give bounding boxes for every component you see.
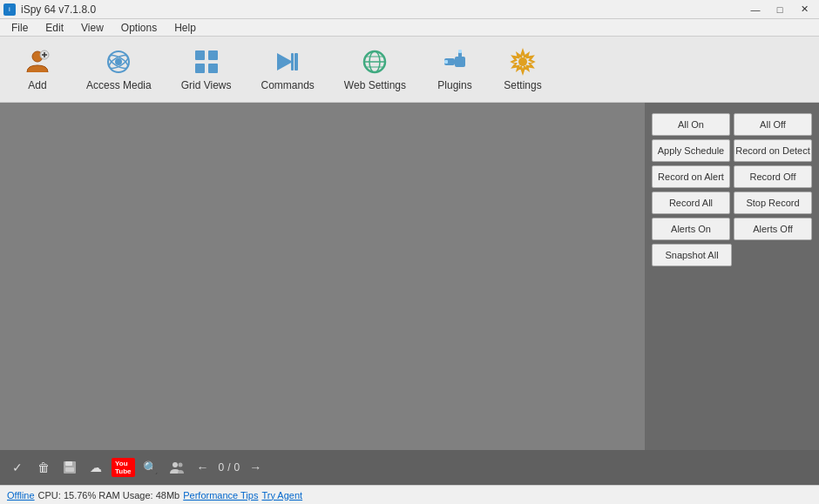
- menu-file[interactable]: File: [3, 19, 36, 37]
- svg-rect-21: [444, 60, 448, 64]
- right-panel: All On All Off Apply Schedule Record on …: [645, 103, 819, 450]
- panel-row-4: Record All Stop Record: [652, 192, 812, 214]
- minimize-button[interactable]: —: [744, 2, 767, 17]
- toolbar-plugins[interactable]: Plugins: [424, 42, 485, 97]
- all-on-button[interactable]: All On: [652, 113, 730, 136]
- svg-rect-27: [65, 461, 72, 466]
- svg-point-29: [173, 462, 178, 467]
- svg-rect-14: [291, 53, 294, 71]
- commands-icon: [274, 48, 301, 76]
- cpu-ram-text: CPU: 15.76% RAM Usage: 48Mb: [38, 490, 180, 501]
- forward-arrow-icon[interactable]: →: [245, 457, 266, 478]
- web-settings-label: Web Settings: [344, 79, 406, 91]
- record-on-alert-button[interactable]: Record on Alert: [652, 165, 730, 188]
- grid-views-label: Grid Views: [181, 79, 232, 91]
- add-icon: [24, 48, 51, 76]
- toolbar: Add Access Media Grid Views: [0, 37, 819, 103]
- title-bar-left: i iSpy 64 v7.1.8.0: [3, 3, 96, 16]
- add-label: Add: [28, 79, 46, 91]
- alerts-off-button[interactable]: Alerts Off: [734, 218, 812, 240]
- nav-separator: /: [227, 461, 230, 474]
- svg-rect-13: [294, 53, 298, 71]
- people-icon[interactable]: [166, 457, 187, 478]
- commands-label: Commands: [261, 79, 315, 91]
- youtube-badge[interactable]: YouTube: [112, 458, 135, 477]
- all-off-button[interactable]: All Off: [734, 113, 812, 136]
- svg-rect-9: [208, 50, 218, 60]
- svg-rect-24: [458, 50, 462, 53]
- menu-edit[interactable]: Edit: [37, 19, 71, 37]
- delete-icon[interactable]: 🗑: [33, 457, 54, 478]
- menu-options[interactable]: Options: [113, 19, 165, 37]
- svg-rect-11: [208, 64, 218, 73]
- bottom-toolbar: ✓ 🗑 ☁ YouTube 🔍 ← 0 / 0 →: [0, 450, 819, 485]
- stop-record-button[interactable]: Stop Record: [734, 192, 812, 214]
- snapshot-all-button[interactable]: Snapshot All: [652, 244, 732, 266]
- web-settings-icon: [361, 48, 389, 76]
- toolbar-grid-views[interactable]: Grid Views: [170, 42, 243, 97]
- access-media-icon: [105, 48, 132, 76]
- nav-total: 0: [234, 461, 240, 474]
- svg-point-5: [115, 58, 122, 65]
- record-on-detect-button[interactable]: Record on Detect: [734, 139, 812, 162]
- check-icon[interactable]: ✓: [7, 457, 28, 478]
- plugins-icon: [441, 48, 469, 76]
- main-content: All On All Off Apply Schedule Record on …: [0, 103, 819, 450]
- menu-view[interactable]: View: [73, 19, 112, 37]
- panel-row-5: Alerts On Alerts Off: [652, 218, 812, 240]
- settings-icon: [509, 48, 537, 76]
- status-bar: Offline CPU: 15.76% RAM Usage: 48Mb Perf…: [0, 485, 819, 504]
- panel-row-1: All On All Off: [652, 113, 812, 136]
- apply-schedule-button[interactable]: Apply Schedule: [652, 139, 730, 162]
- svg-rect-8: [195, 50, 205, 60]
- record-off-button[interactable]: Record Off: [734, 165, 812, 188]
- toolbar-access-media[interactable]: Access Media: [75, 42, 163, 97]
- grid-views-icon: [193, 48, 220, 76]
- alerts-on-button[interactable]: Alerts On: [652, 218, 730, 240]
- search-icon[interactable]: 🔍: [140, 457, 161, 478]
- toolbar-settings[interactable]: Settings: [492, 42, 553, 97]
- panel-row-3: Record on Alert Record Off: [652, 165, 812, 188]
- svg-rect-10: [195, 64, 205, 73]
- svg-marker-12: [277, 53, 293, 71]
- toolbar-web-settings[interactable]: Web Settings: [333, 42, 417, 97]
- perf-tips-link[interactable]: Performance Tips: [183, 490, 258, 501]
- maximize-button[interactable]: □: [768, 2, 791, 17]
- menu-help[interactable]: Help: [166, 19, 204, 37]
- offline-link[interactable]: Offline: [7, 490, 35, 501]
- record-all-button[interactable]: Record All: [652, 192, 730, 214]
- panel-row-6: Snapshot All: [652, 244, 812, 266]
- title-bar-controls: — □ ✕: [744, 2, 816, 17]
- nav-info: 0 / 0: [219, 461, 240, 474]
- panel-row-2: Apply Schedule Record on Detect: [652, 139, 812, 162]
- app-title: iSpy 64 v7.1.8.0: [21, 3, 96, 16]
- plugins-label: Plugins: [437, 79, 471, 91]
- menu-bar: File Edit View Options Help: [0, 19, 819, 37]
- save-icon[interactable]: [59, 457, 80, 478]
- close-button[interactable]: ✕: [793, 2, 816, 17]
- try-agent-link[interactable]: Try Agent: [261, 490, 302, 501]
- toolbar-add[interactable]: Add: [7, 42, 68, 97]
- nav-current: 0: [219, 461, 225, 474]
- title-bar: i iSpy 64 v7.1.8.0 — □ ✕: [0, 0, 819, 19]
- cloud-icon[interactable]: ☁: [85, 457, 106, 478]
- app-icon: i: [3, 3, 16, 16]
- toolbar-commands[interactable]: Commands: [250, 42, 326, 97]
- svg-point-30: [178, 463, 182, 467]
- svg-rect-28: [65, 467, 74, 472]
- access-media-label: Access Media: [86, 79, 152, 91]
- settings-label: Settings: [504, 79, 541, 91]
- back-arrow-icon[interactable]: ←: [193, 457, 213, 478]
